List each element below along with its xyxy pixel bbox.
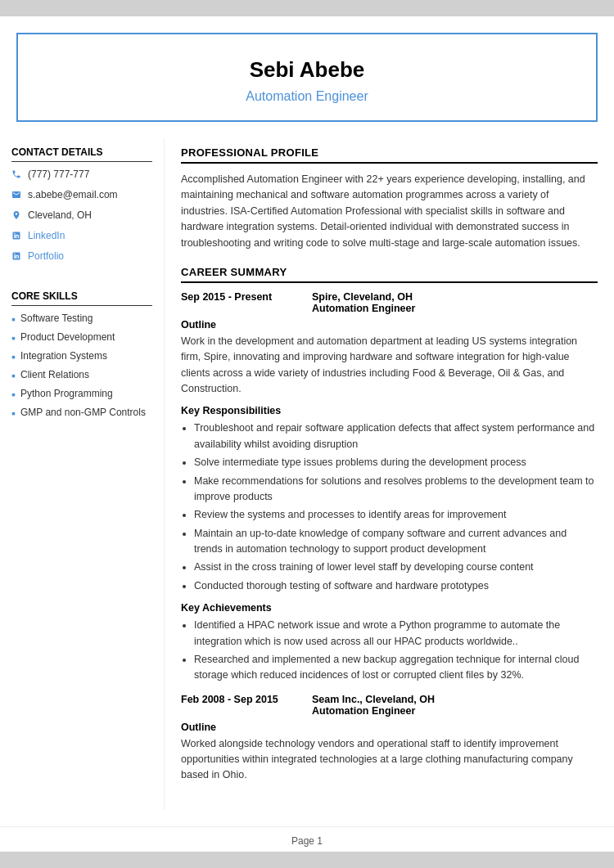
career-entry-1: Sep 2015 - Present Spire, Cleveland, OH … [181, 291, 598, 684]
main-content: PROFESSIONAL PROFILE Accomplished Automa… [164, 138, 614, 810]
contact-location: Cleveland, OH [11, 209, 152, 223]
skill-bullet-icon: ▪ [11, 389, 16, 400]
profile-section: PROFESSIONAL PROFILE Accomplished Automa… [181, 146, 598, 251]
list-item: Review the systems and processes to iden… [194, 507, 598, 523]
contact-linkedin-text: LinkedIn [28, 230, 65, 241]
skill-3: ▪ Integration Systems [11, 350, 152, 362]
skill-bullet-icon: ▪ [11, 370, 16, 381]
responsibilities-title-1: Key Responsibilities [181, 405, 598, 416]
outline-text-1: Work in the development and automation d… [181, 334, 598, 398]
list-item: Solve intermediate type issues problems … [194, 455, 598, 470]
candidate-name: Sebi Abebe [34, 57, 580, 83]
contact-linkedin[interactable]: LinkedIn [11, 230, 152, 243]
list-item: Troubleshoot and repair software applica… [194, 421, 598, 452]
career-header-2: Feb 2008 - Sep 2015 Seam Inc., Cleveland… [181, 694, 598, 717]
achievements-title-1: Key Achievements [181, 602, 598, 614]
portfolio-icon [11, 251, 23, 263]
contact-section-title: CONTACT DETAILS [11, 146, 152, 162]
career-company-2: Seam Inc., Cleveland, OH [312, 694, 435, 705]
career-company-1: Spire, Cleveland, OH [312, 291, 415, 303]
contact-email: s.abebe@email.com [11, 189, 152, 202]
outline-title-2: Outline [181, 722, 598, 733]
career-dates-1: Sep 2015 - Present [181, 291, 287, 314]
sidebar-divider-1 [11, 271, 152, 290]
career-header-1: Sep 2015 - Present Spire, Cleveland, OH … [181, 291, 598, 314]
profile-section-title: PROFESSIONAL PROFILE [181, 146, 598, 164]
skill-label: Python Programming [20, 388, 113, 399]
skills-section-title: CORE SKILLS [11, 290, 152, 306]
list-item: Assist in the cross training of lower le… [194, 560, 598, 575]
skill-1: ▪ Software Testing [11, 313, 152, 325]
skill-4: ▪ Client Relations [11, 369, 152, 381]
list-item: Maintain an up-to-date knowledge of comp… [194, 526, 598, 558]
responsibilities-list-1: Troubleshoot and repair software applica… [181, 421, 598, 594]
outline-text-2: Worked alongside technology vendors and … [181, 736, 598, 784]
contact-portfolio-text: Portfolio [28, 250, 64, 262]
skill-bullet-icon: ▪ [11, 351, 16, 362]
career-entry-2: Feb 2008 - Sep 2015 Seam Inc., Cleveland… [181, 694, 598, 784]
outline-title-1: Outline [181, 319, 598, 331]
header: Sebi Abebe Automation Engineer [16, 33, 598, 122]
skill-label: Client Relations [20, 369, 89, 380]
candidate-title: Automation Engineer [34, 89, 580, 104]
list-item: Researched and implemented a new backup … [194, 652, 598, 684]
skill-label: Software Testing [20, 313, 93, 324]
skill-label: Product Development [20, 331, 115, 343]
career-company-block-2: Seam Inc., Cleveland, OH Automation Engi… [312, 694, 435, 717]
contact-phone: (777) 777-777 [11, 169, 152, 182]
profile-text: Accomplished Automation Engineer with 22… [181, 172, 598, 251]
skill-bullet-icon: ▪ [11, 313, 16, 325]
skill-bullet-icon: ▪ [11, 407, 16, 419]
career-section-title: CAREER SUMMARY [181, 266, 598, 283]
skill-5: ▪ Python Programming [11, 388, 152, 400]
contact-portfolio[interactable]: Portfolio [11, 250, 152, 263]
career-role-2: Automation Engineer [312, 705, 435, 717]
page-footer: Page 1 [0, 826, 614, 852]
skill-6: ▪ GMP and non-GMP Controls [11, 407, 152, 419]
list-item: Identified a HPAC network issue and wrot… [194, 618, 598, 650]
skill-label: GMP and non-GMP Controls [20, 407, 146, 418]
list-item: Conducted thorough testing of software a… [194, 578, 598, 594]
sidebar: CONTACT DETAILS (777) 777-777 s.abebe@em… [0, 138, 164, 810]
skill-2: ▪ Product Development [11, 331, 152, 344]
contact-email-text: s.abebe@email.com [28, 189, 118, 200]
list-item: Make recommendations for solutions and r… [194, 474, 598, 506]
career-company-block-1: Spire, Cleveland, OH Automation Engineer [312, 291, 415, 314]
skill-label: Integration Systems [20, 350, 107, 362]
contact-location-text: Cleveland, OH [28, 209, 92, 221]
career-role-1: Automation Engineer [312, 303, 415, 314]
location-icon [11, 210, 23, 223]
email-icon [11, 190, 23, 202]
linkedin-icon [11, 231, 23, 243]
achievements-list-1: Identified a HPAC network issue and wrot… [181, 618, 598, 684]
page-number: Page 1 [291, 835, 323, 847]
phone-icon [11, 169, 23, 182]
body-layout: CONTACT DETAILS (777) 777-777 s.abebe@em… [0, 138, 614, 826]
contact-phone-text: (777) 777-777 [28, 169, 89, 180]
career-section: CAREER SUMMARY Sep 2015 - Present Spire,… [181, 266, 598, 784]
career-dates-2: Feb 2008 - Sep 2015 [181, 694, 287, 717]
resume-page: Sebi Abebe Automation Engineer CONTACT D… [0, 16, 614, 852]
skill-bullet-icon: ▪ [11, 332, 16, 344]
